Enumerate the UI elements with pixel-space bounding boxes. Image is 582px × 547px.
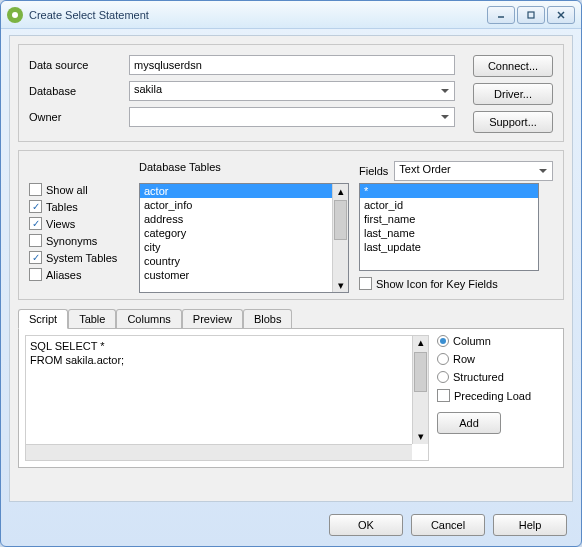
tab-table[interactable]: Table	[68, 309, 116, 328]
tables-label: Tables	[46, 201, 78, 213]
svg-rect-1	[528, 12, 534, 18]
tab-blobs[interactable]: Blobs	[243, 309, 293, 328]
preceding-load-label: Preceding Load	[454, 390, 531, 402]
tables-checkbox[interactable]: ✓	[29, 200, 42, 213]
sql-text[interactable]: SQL SELECT * FROM sakila.actor;	[26, 336, 412, 444]
aliases-checkbox[interactable]	[29, 268, 42, 281]
list-item[interactable]: city	[140, 240, 348, 254]
system-tables-label: System Tables	[46, 252, 117, 264]
tables-column: Database Tables actor actor_info address…	[139, 161, 349, 291]
tables-fields-group: Show all ✓Tables ✓Views Synonyms ✓System…	[18, 150, 564, 300]
column-radio[interactable]	[437, 335, 449, 347]
connection-group: Data source Database sakila Owner Connec…	[18, 44, 564, 142]
row-radio[interactable]	[437, 353, 449, 365]
fields-order-combo[interactable]: Text Order	[394, 161, 553, 181]
views-checkbox[interactable]: ✓	[29, 217, 42, 230]
preceding-load-checkbox[interactable]	[437, 389, 450, 402]
tab-preview[interactable]: Preview	[182, 309, 243, 328]
fields-listbox[interactable]: * actor_id first_name last_name last_upd…	[359, 183, 539, 271]
list-item[interactable]: address	[140, 212, 348, 226]
scroll-thumb[interactable]	[414, 352, 427, 392]
synonyms-label: Synonyms	[46, 235, 97, 247]
data-source-label: Data source	[29, 59, 129, 71]
tab-columns[interactable]: Columns	[116, 309, 181, 328]
dialog-window: Create Select Statement Data source Data…	[0, 0, 582, 547]
show-icon-checkbox[interactable]	[359, 277, 372, 290]
show-all-label: Show all	[46, 184, 88, 196]
fields-column: Fields Text Order * actor_id first_name …	[359, 161, 553, 291]
system-tables-checkbox[interactable]: ✓	[29, 251, 42, 264]
connect-button[interactable]: Connect...	[473, 55, 553, 77]
script-area: Script Table Columns Preview Blobs SQL S…	[18, 308, 564, 468]
column-label: Column	[453, 335, 491, 347]
fields-header: Fields	[359, 165, 388, 177]
database-combo[interactable]: sakila	[129, 81, 455, 101]
tables-listbox[interactable]: actor actor_info address category city c…	[139, 183, 349, 293]
list-item[interactable]: country	[140, 254, 348, 268]
scroll-down-icon[interactable]: ▾	[413, 430, 428, 444]
help-button[interactable]: Help	[493, 514, 567, 536]
titlebar[interactable]: Create Select Statement	[1, 1, 581, 29]
support-button[interactable]: Support...	[473, 111, 553, 133]
views-label: Views	[46, 218, 75, 230]
list-item[interactable]: *	[360, 184, 538, 198]
tabstrip: Script Table Columns Preview Blobs	[18, 309, 564, 329]
list-item[interactable]: actor_id	[360, 198, 538, 212]
minimize-button[interactable]	[487, 6, 515, 24]
app-icon	[7, 7, 23, 23]
add-button[interactable]: Add	[437, 412, 501, 434]
client-area: Data source Database sakila Owner Connec…	[9, 35, 573, 502]
close-button[interactable]	[547, 6, 575, 24]
data-source-input[interactable]	[129, 55, 455, 75]
driver-button[interactable]: Driver...	[473, 83, 553, 105]
scroll-up-icon[interactable]: ▴	[413, 336, 428, 350]
row-label: Row	[453, 353, 475, 365]
owner-combo[interactable]	[129, 107, 455, 127]
list-item[interactable]: customer	[140, 268, 348, 282]
aliases-label: Aliases	[46, 269, 81, 281]
list-item[interactable]: last_update	[360, 240, 538, 254]
structured-label: Structured	[453, 371, 504, 383]
scroll-thumb[interactable]	[334, 200, 347, 240]
dialog-footer: OK Cancel Help	[329, 514, 567, 536]
list-item[interactable]: actor_info	[140, 198, 348, 212]
result-options: Column Row Structured Preceding Load Add	[437, 335, 557, 461]
tab-body: SQL SELECT * FROM sakila.actor; ▴ ▾ Colu…	[18, 328, 564, 468]
tab-script[interactable]: Script	[18, 309, 68, 329]
scroll-up-icon[interactable]: ▴	[334, 184, 347, 198]
sql-editor[interactable]: SQL SELECT * FROM sakila.actor; ▴ ▾	[25, 335, 429, 461]
cancel-button[interactable]: Cancel	[411, 514, 485, 536]
tables-header: Database Tables	[139, 161, 349, 181]
structured-radio[interactable]	[437, 371, 449, 383]
list-item[interactable]: last_name	[360, 226, 538, 240]
list-item[interactable]: first_name	[360, 212, 538, 226]
synonyms-checkbox[interactable]	[29, 234, 42, 247]
ok-button[interactable]: OK	[329, 514, 403, 536]
sql-scrollbar-v[interactable]: ▴ ▾	[412, 336, 428, 444]
filter-checkboxes: Show all ✓Tables ✓Views Synonyms ✓System…	[29, 161, 129, 291]
owner-label: Owner	[29, 111, 129, 123]
window-title: Create Select Statement	[29, 9, 149, 21]
scroll-down-icon[interactable]: ▾	[334, 278, 347, 292]
sql-scrollbar-h[interactable]	[26, 444, 412, 460]
list-item[interactable]: category	[140, 226, 348, 240]
tables-scrollbar[interactable]: ▴ ▾	[332, 184, 348, 292]
database-label: Database	[29, 85, 129, 97]
show-icon-label: Show Icon for Key Fields	[376, 278, 498, 290]
list-item[interactable]: actor	[140, 184, 348, 198]
show-all-checkbox[interactable]	[29, 183, 42, 196]
maximize-button[interactable]	[517, 6, 545, 24]
